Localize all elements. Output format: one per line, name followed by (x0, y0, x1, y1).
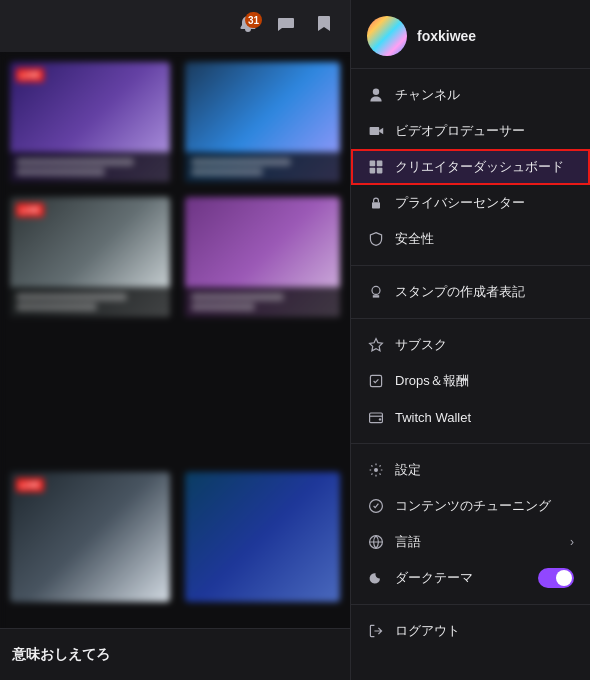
video-producer-label: ビデオプロデューサー (395, 122, 574, 140)
svg-rect-3 (370, 161, 376, 167)
menu-item-content-tuning[interactable]: コンテンツのチューニング (351, 488, 590, 524)
toggle-knob (556, 570, 572, 586)
menu-item-privacy[interactable]: プライバシーセンター (351, 185, 590, 221)
svg-point-1 (373, 89, 379, 95)
stamp-icon (367, 283, 385, 301)
live-badge-5: LIVE (16, 478, 44, 492)
menu-item-language[interactable]: 言語 › (351, 524, 590, 560)
menu-item-subscribe[interactable]: サブスク (351, 327, 590, 363)
language-arrow-icon: › (570, 535, 574, 549)
logout-label: ログアウト (395, 622, 574, 640)
menu-item-dark-theme[interactable]: ダークテーマ (351, 560, 590, 596)
security-label: 安全性 (395, 230, 574, 248)
menu-item-security[interactable]: 安全性 (351, 221, 590, 257)
video-card-5: LIVE (10, 472, 170, 602)
stamp-label: スタンプの作成者表記 (395, 283, 574, 301)
creator-dashboard-label: クリエイターダッシュボード (395, 158, 574, 176)
gear-icon (367, 461, 385, 479)
svg-rect-7 (372, 202, 380, 208)
svg-point-8 (372, 286, 380, 294)
bookmarks-button[interactable] (306, 8, 342, 44)
live-badge-1: LIVE (16, 68, 44, 82)
lock-icon (367, 194, 385, 212)
bookmark-icon (314, 14, 334, 39)
shield-icon (367, 230, 385, 248)
globe-icon (367, 533, 385, 551)
bottom-channel-name: 意味おしえてろ (12, 646, 110, 664)
svg-rect-5 (370, 168, 376, 174)
twitch-wallet-label: Twitch Wallet (395, 410, 574, 425)
video-card-2 (185, 62, 340, 182)
svg-rect-4 (377, 161, 383, 167)
menu-section-5: ログアウト (351, 605, 590, 657)
svg-point-11 (379, 418, 381, 420)
content-tuning-label: コンテンツのチューニング (395, 497, 574, 515)
video-card-1: LIVE (10, 62, 170, 182)
menu-item-creator-dashboard[interactable]: クリエイターダッシュボード (351, 149, 590, 185)
svg-rect-2 (370, 127, 380, 135)
menu-item-twitch-wallet[interactable]: Twitch Wallet (351, 399, 590, 435)
menu-item-channel[interactable]: チャンネル (351, 77, 590, 113)
logout-icon (367, 622, 385, 640)
messages-button[interactable] (268, 8, 304, 44)
video-card-3: LIVE (10, 197, 170, 317)
dark-theme-toggle[interactable] (538, 568, 574, 588)
notifications-button[interactable]: 31 (230, 8, 266, 44)
language-label: 言語 (395, 533, 560, 551)
dropdown-username: foxkiwee (417, 28, 476, 44)
menu-item-settings[interactable]: 設定 (351, 452, 590, 488)
menu-item-drops[interactable]: Drops＆報酬 (351, 363, 590, 399)
tune-icon (367, 497, 385, 515)
video-card-6 (185, 472, 340, 602)
menu-section-1: チャンネル ビデオプロデューサー クリエイターダッシュボード (351, 69, 590, 266)
svg-rect-10 (370, 413, 383, 423)
drops-label: Drops＆報酬 (395, 372, 574, 390)
subscribe-label: サブスク (395, 336, 574, 354)
menu-section-2: スタンプの作成者表記 (351, 266, 590, 319)
moon-icon (367, 569, 385, 587)
dark-theme-label: ダークテーマ (395, 569, 528, 587)
svg-point-12 (374, 468, 378, 472)
menu-section-3: サブスク Drops＆報酬 Twitch Wallet (351, 319, 590, 444)
dashboard-icon (367, 158, 385, 176)
star-icon (367, 336, 385, 354)
channel-label: チャンネル (395, 86, 574, 104)
dropdown-header: foxkiwee (351, 0, 590, 69)
dropdown-avatar (367, 16, 407, 56)
menu-item-stamp[interactable]: スタンプの作成者表記 (351, 274, 590, 310)
video-producer-icon (367, 122, 385, 140)
privacy-label: プライバシーセンター (395, 194, 574, 212)
menu-section-4: 設定 コンテンツのチューニング 言語 › (351, 444, 590, 605)
wallet-icon (367, 408, 385, 426)
menu-item-logout[interactable]: ログアウト (351, 613, 590, 649)
video-grid: LIVE LIVE LIVE (0, 52, 360, 680)
person-icon (367, 86, 385, 104)
notification-count: 31 (245, 12, 262, 28)
message-icon (276, 14, 296, 39)
user-dropdown: foxkiwee チャンネル ビデオプロデューサー (350, 0, 590, 680)
settings-label: 設定 (395, 461, 574, 479)
video-card-4 (185, 197, 340, 317)
svg-rect-6 (377, 168, 383, 174)
live-badge-3: LIVE (16, 203, 44, 217)
menu-item-video-producer[interactable]: ビデオプロデューサー (351, 113, 590, 149)
drops-icon (367, 372, 385, 390)
